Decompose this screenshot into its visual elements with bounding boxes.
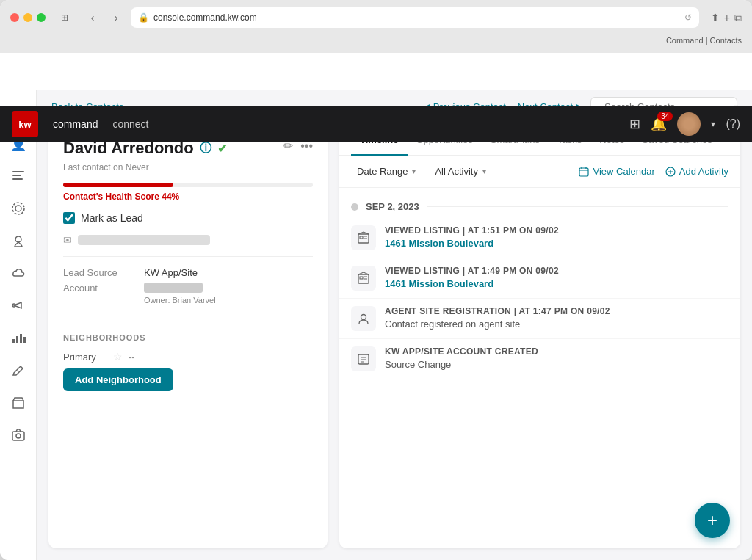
neighborhoods-title: NEIGHBORHOODS — [63, 333, 313, 342]
svg-point-13 — [16, 434, 21, 438]
activity-title-3: AGENT SITE REGISTRATION | AT 1:47 PM ON … — [385, 306, 728, 316]
toolbar-right: View Calendar Add Activity — [579, 166, 728, 177]
svg-rect-11 — [13, 401, 24, 408]
tabs-overview-icon[interactable]: ⧉ — [734, 12, 742, 24]
all-activity-chevron: ▾ — [482, 167, 486, 175]
nav-command[interactable]: command — [53, 118, 98, 130]
content-area: Back to Contacts ◀ Previous Contact Next… — [37, 90, 752, 560]
health-score-section: Contact's Health Score 44% — [63, 183, 313, 202]
share-icon[interactable]: ⬆ — [711, 12, 720, 24]
svg-rect-9 — [20, 334, 22, 343]
traffic-lights — [10, 13, 46, 22]
sidebar-item-tasks[interactable] — [4, 161, 33, 191]
notifications-icon[interactable]: 🔔 34 — [651, 116, 667, 132]
svg-rect-15 — [579, 168, 588, 176]
email-blurred — [78, 235, 210, 245]
refresh-icon[interactable]: ↺ — [684, 12, 692, 23]
listing-icon-1 — [351, 225, 376, 250]
view-calendar-btn[interactable]: View Calendar — [579, 166, 654, 177]
notification-badge: 34 — [657, 112, 673, 121]
date-separator: SEP 2, 2023 — [339, 195, 740, 218]
avatar-chevron[interactable]: ▾ — [711, 119, 715, 129]
activity-link-2[interactable]: 1461 Mission Boulevard — [385, 278, 728, 289]
sidebar-item-integrations[interactable] — [4, 194, 33, 223]
activity-content-2: VIEWED LISTING | AT 1:49 PM ON 09/02 146… — [385, 266, 728, 289]
maximize-window-btn[interactable] — [37, 13, 46, 22]
activity-title-4: KW APP/SITE ACCOUNT CREATED — [385, 346, 728, 357]
sidebar-item-cloud[interactable] — [4, 258, 33, 288]
address-bar[interactable]: 🔒 console.command.kw.com ↺ — [131, 7, 699, 28]
check-icon: ✔ — [217, 142, 227, 156]
activity-panel: Timeline Opportunities SmartPlans Tasks … — [339, 124, 740, 548]
sidebar-item-edit[interactable] — [4, 355, 33, 385]
top-nav: kw command connect ⊞ 🔔 34 ▾ (?) — [0, 106, 752, 142]
browser-chrome: ⊞ ‹ › 🔒 console.command.kw.com ↺ ⬆ + ⧉ C… — [0, 0, 752, 53]
neighborhoods-section: NEIGHBORHOODS Primary ☆ -- Add Neighborh… — [63, 333, 313, 391]
mark-lead-row: Mark as Lead — [63, 212, 313, 224]
add-neighborhood-btn[interactable]: Add Neighborhood — [63, 368, 173, 391]
date-range-btn[interactable]: Date Range ▾ — [351, 163, 422, 180]
activity-desc-3: Contact registered on agent site — [385, 319, 728, 330]
nav-links: command connect — [53, 118, 149, 130]
desktop-icon[interactable]: ⊞ — [629, 116, 640, 132]
svg-rect-2 — [12, 178, 23, 180]
activity-desc-4: Source Change — [385, 359, 728, 370]
forward-browser-btn[interactable]: › — [107, 9, 125, 26]
account-label: Account — [63, 283, 144, 305]
svg-rect-0 — [12, 171, 24, 172]
activity-content-1: VIEWED LISTING | AT 1:51 PM ON 09/02 146… — [385, 225, 728, 249]
sidebar-item-store[interactable] — [4, 388, 33, 417]
new-tab-icon[interactable]: + — [724, 12, 730, 24]
activity-item-4: KW APP/SITE ACCOUNT CREATED Source Chang… — [339, 339, 740, 379]
activity-list: SEP 2, 2023 VIEWED LISTING | AT 1:51 PM … — [339, 188, 740, 548]
main-wrapper: ⌂ 👤 — [0, 90, 752, 560]
primary-label: Primary — [63, 352, 107, 363]
lead-source-label: Lead Source — [63, 267, 144, 278]
sidebar-item-camera[interactable] — [4, 420, 33, 449]
help-btn[interactable]: (?) — [726, 117, 740, 131]
lead-source-row: Lead Source KW App/Site — [63, 267, 313, 278]
left-sidebar: ⌂ 👤 — [0, 90, 37, 560]
sidebar-item-campaigns[interactable] — [4, 291, 33, 320]
svg-point-3 — [15, 206, 21, 211]
svg-point-4 — [12, 203, 24, 214]
owner-label: Owner: Brian Varvel — [144, 296, 216, 305]
svg-rect-10 — [24, 337, 26, 343]
svg-rect-12 — [12, 432, 24, 440]
svg-rect-1 — [12, 175, 21, 176]
all-activity-btn[interactable]: All Activity ▾ — [429, 163, 492, 180]
add-activity-btn[interactable]: Add Activity — [665, 166, 728, 177]
activity-item-2: VIEWED LISTING | AT 1:49 PM ON 09/02 146… — [339, 258, 740, 299]
browser-tab-label: Command | Contacts — [666, 36, 742, 45]
activity-link-1[interactable]: 1461 Mission Boulevard — [385, 238, 728, 249]
calendar-icon — [579, 167, 589, 177]
email-icon: ✉ — [63, 234, 72, 246]
user-avatar[interactable] — [677, 112, 701, 136]
activity-content-3: AGENT SITE REGISTRATION | AT 1:47 PM ON … — [385, 306, 728, 330]
svg-rect-20 — [360, 277, 363, 279]
activity-content-4: KW APP/SITE ACCOUNT CREATED Source Chang… — [385, 346, 728, 370]
two-panel: David Arredondo ⓘ ✔ ✏ ••• Last contact o… — [37, 124, 752, 560]
date-dot — [351, 203, 358, 211]
close-window-btn[interactable] — [10, 13, 19, 22]
url-text: console.command.kw.com — [153, 12, 257, 23]
fab-add-btn[interactable]: + — [695, 503, 730, 538]
activity-item: VIEWED LISTING | AT 1:51 PM ON 09/02 146… — [339, 218, 740, 258]
activity-toolbar: Date Range ▾ All Activity ▾ View Calen — [339, 156, 740, 188]
security-icon: 🔒 — [138, 12, 149, 23]
health-score-value: 44% — [162, 192, 179, 202]
minimize-window-btn[interactable] — [24, 13, 32, 22]
account-blurred — [144, 283, 203, 293]
date-range-chevron: ▾ — [412, 167, 416, 175]
star-icon[interactable]: ☆ — [113, 351, 123, 363]
sidebar-item-map[interactable] — [4, 226, 33, 255]
back-browser-btn[interactable]: ‹ — [84, 9, 101, 26]
kw-logo[interactable]: kw — [12, 111, 38, 137]
sidebar-item-analytics[interactable] — [4, 323, 33, 352]
account-row: Account Owner: Brian Varvel — [63, 283, 313, 305]
primary-neighborhood-row: Primary ☆ -- — [63, 351, 313, 363]
activity-title-1: VIEWED LISTING | AT 1:51 PM ON 09/02 — [385, 225, 728, 236]
window-layout-icon: ⊞ — [54, 10, 75, 25]
nav-connect[interactable]: connect — [112, 118, 148, 130]
mark-lead-checkbox[interactable] — [63, 212, 75, 224]
